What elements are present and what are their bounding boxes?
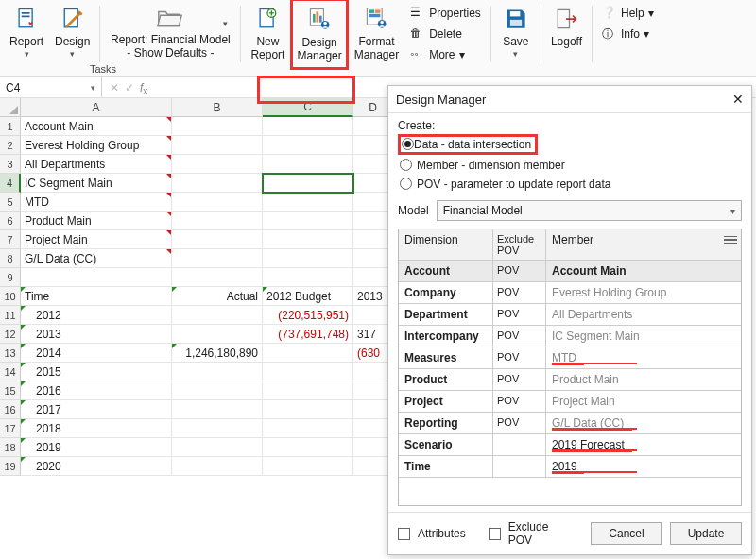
cell[interactable]: 1,246,180,890 bbox=[172, 344, 263, 363]
cell[interactable]: 2017 bbox=[21, 400, 172, 419]
cell[interactable] bbox=[172, 325, 263, 344]
name-box[interactable]: C4 ▾ bbox=[0, 77, 102, 97]
attributes-checkbox[interactable] bbox=[398, 528, 410, 540]
cell[interactable]: Account Main bbox=[21, 117, 172, 136]
design-button[interactable]: Design ▾ bbox=[49, 2, 95, 64]
cell[interactable]: 2014 bbox=[21, 344, 172, 363]
row-header[interactable]: 12 bbox=[0, 325, 21, 344]
update-button[interactable]: Update bbox=[670, 522, 742, 545]
cell[interactable]: 2018 bbox=[21, 419, 172, 438]
cancel-button[interactable]: Cancel bbox=[591, 522, 662, 545]
dimension-row[interactable]: ReportingPOVG/L Data (CC) bbox=[399, 413, 741, 434]
row-header[interactable]: 7 bbox=[0, 230, 21, 249]
cell[interactable] bbox=[263, 438, 353, 457]
row-header[interactable]: 11 bbox=[0, 306, 21, 325]
cell[interactable]: IC Segment Main bbox=[21, 174, 172, 193]
cell[interactable] bbox=[172, 136, 263, 155]
help-button[interactable]: ❔ Help ▾ bbox=[602, 4, 654, 23]
dimension-row[interactable]: MeasuresPOVMTD bbox=[399, 347, 741, 369]
col-header-B[interactable]: B bbox=[172, 98, 263, 117]
cell[interactable] bbox=[263, 344, 353, 363]
cell[interactable] bbox=[263, 363, 353, 381]
dimension-row[interactable]: ProductPOVProduct Main bbox=[399, 369, 741, 391]
cell[interactable] bbox=[263, 268, 353, 287]
cell[interactable]: Actual bbox=[172, 287, 263, 306]
dimension-row[interactable]: ProjectPOVProject Main bbox=[399, 391, 741, 413]
cell[interactable]: 2013 bbox=[21, 325, 172, 344]
dimension-row[interactable]: AccountPOVAccount Main bbox=[399, 261, 741, 282]
cell[interactable] bbox=[172, 400, 263, 419]
cell[interactable]: G/L Data (CC) bbox=[21, 249, 172, 268]
cell[interactable] bbox=[172, 230, 263, 249]
cell[interactable]: 2012 Budget bbox=[263, 287, 353, 306]
cell[interactable]: (737,691,748) bbox=[263, 325, 353, 344]
row-header[interactable]: 18 bbox=[0, 438, 21, 457]
cell[interactable] bbox=[263, 249, 353, 268]
cell[interactable]: Everest Holding Group bbox=[21, 136, 172, 155]
cell[interactable]: 2012 bbox=[21, 306, 172, 325]
cell[interactable] bbox=[263, 381, 353, 400]
cell[interactable] bbox=[21, 268, 172, 287]
cell[interactable] bbox=[172, 174, 263, 193]
cell[interactable] bbox=[263, 117, 353, 136]
info-button[interactable]: ⓘ Info ▾ bbox=[602, 25, 654, 43]
cell[interactable]: 2015 bbox=[21, 363, 172, 381]
cell[interactable]: 2020 bbox=[21, 457, 172, 476]
dimension-row[interactable]: IntercompanyPOVIC Segment Main bbox=[399, 326, 741, 347]
cell[interactable] bbox=[263, 457, 353, 476]
cell[interactable] bbox=[172, 193, 263, 212]
menu-icon[interactable] bbox=[724, 233, 737, 246]
close-icon[interactable]: ✕ bbox=[732, 92, 744, 107]
cell[interactable] bbox=[172, 438, 263, 457]
cell[interactable] bbox=[263, 212, 353, 230]
cell[interactable]: 2016 bbox=[21, 381, 172, 400]
row-header[interactable]: 4 bbox=[0, 174, 21, 193]
cell[interactable] bbox=[263, 400, 353, 419]
fx-icon[interactable]: fx bbox=[140, 81, 153, 94]
row-header[interactable]: 1 bbox=[0, 117, 21, 136]
dimension-row[interactable]: CompanyPOVEverest Holding Group bbox=[399, 282, 741, 304]
save-button[interactable]: Save ▾ bbox=[495, 2, 537, 64]
accept-formula-icon[interactable]: ✓ bbox=[125, 81, 134, 94]
cell[interactable] bbox=[172, 363, 263, 381]
row-header[interactable]: 3 bbox=[0, 155, 21, 174]
cell[interactable] bbox=[172, 381, 263, 400]
row-header[interactable]: 5 bbox=[0, 193, 21, 212]
cell[interactable]: Project Main bbox=[21, 230, 172, 249]
cell[interactable] bbox=[263, 174, 353, 193]
cell[interactable] bbox=[172, 457, 263, 476]
row-header[interactable]: 8 bbox=[0, 249, 21, 268]
cell[interactable] bbox=[172, 419, 263, 438]
cell[interactable]: MTD bbox=[21, 193, 172, 212]
design-manager-button[interactable]: Design Manager bbox=[290, 0, 348, 70]
more-button[interactable]: ◦◦ More ▾ bbox=[410, 45, 481, 64]
radio-data-intersection[interactable]: Data - data intersection bbox=[398, 134, 538, 155]
col-exclude-pov[interactable]: Exclude POV bbox=[493, 229, 546, 260]
delete-button[interactable]: 🗑 Delete bbox=[410, 25, 481, 43]
row-header[interactable]: 13 bbox=[0, 344, 21, 363]
cell[interactable]: (220,515,951) bbox=[263, 306, 353, 325]
row-header[interactable]: 17 bbox=[0, 419, 21, 438]
cell[interactable]: All Departments bbox=[21, 155, 172, 174]
cell[interactable] bbox=[263, 419, 353, 438]
select-all-corner[interactable] bbox=[0, 98, 21, 117]
dimension-row[interactable]: Scenario2019 Forecast bbox=[399, 434, 741, 456]
col-dimension[interactable]: Dimension bbox=[399, 229, 493, 260]
row-header[interactable]: 6 bbox=[0, 212, 21, 230]
dimension-row[interactable]: Time2019 bbox=[399, 456, 741, 478]
model-select[interactable]: Financial Model ▾ bbox=[437, 200, 742, 221]
report-dropdown[interactable]: Report: Financial Model - Show Defaults … bbox=[104, 2, 236, 64]
radio-member[interactable]: Member - dimension member bbox=[398, 155, 742, 176]
radio-pov[interactable]: POV - parameter to update report data bbox=[398, 176, 742, 193]
cell[interactable] bbox=[172, 117, 263, 136]
new-report-button[interactable]: New Report bbox=[245, 2, 290, 64]
cell[interactable]: 2019 bbox=[21, 438, 172, 457]
cell[interactable] bbox=[263, 136, 353, 155]
cell[interactable] bbox=[172, 249, 263, 268]
row-header[interactable]: 15 bbox=[0, 381, 21, 400]
row-header[interactable]: 14 bbox=[0, 363, 21, 381]
cell[interactable] bbox=[263, 230, 353, 249]
format-manager-button[interactable]: Format Manager bbox=[349, 2, 404, 64]
cell[interactable] bbox=[172, 155, 263, 174]
report-button[interactable]: Report ▾ bbox=[4, 2, 49, 64]
